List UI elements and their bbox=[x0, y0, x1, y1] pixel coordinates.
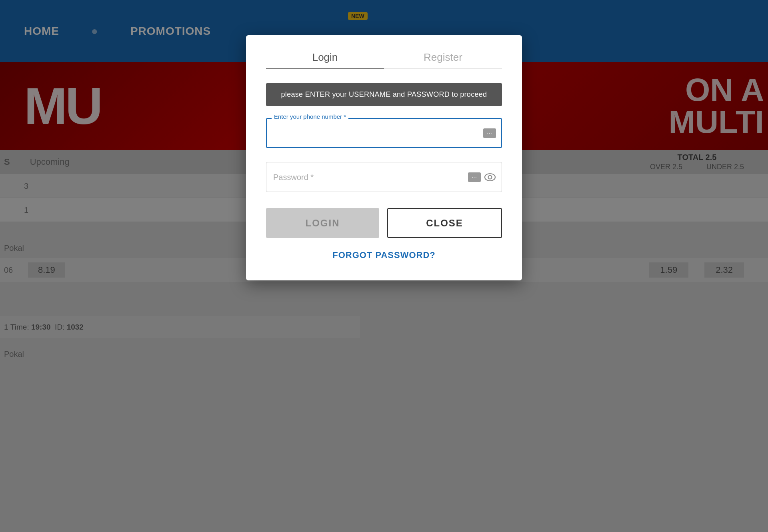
phone-icon-box bbox=[483, 128, 496, 138]
modal-tabs: Login Register bbox=[266, 51, 502, 69]
tab-register[interactable]: Register bbox=[384, 51, 502, 69]
phone-input-group: Enter your phone number * bbox=[266, 118, 502, 148]
forgot-password-link[interactable]: FORGOT PASSWORD? bbox=[266, 250, 502, 260]
password-input-icons bbox=[468, 172, 496, 182]
phone-label: Enter your phone number * bbox=[272, 113, 348, 120]
close-button[interactable]: CLOSE bbox=[387, 208, 502, 238]
phone-input-icons bbox=[483, 128, 496, 138]
password-input[interactable] bbox=[266, 162, 502, 192]
tab-login[interactable]: Login bbox=[266, 51, 384, 69]
login-modal: Login Register please ENTER your USERNAM… bbox=[246, 35, 522, 280]
svg-point-0 bbox=[485, 174, 495, 181]
password-icon-box bbox=[468, 172, 481, 182]
phone-input[interactable] bbox=[266, 118, 502, 148]
info-banner: please ENTER your USERNAME and PASSWORD … bbox=[266, 83, 502, 106]
login-button[interactable]: LOGIN bbox=[266, 208, 379, 238]
buttons-row: LOGIN CLOSE bbox=[266, 208, 502, 238]
svg-point-1 bbox=[488, 175, 492, 179]
password-input-group: Password * bbox=[266, 162, 502, 192]
eye-icon[interactable] bbox=[484, 173, 496, 182]
